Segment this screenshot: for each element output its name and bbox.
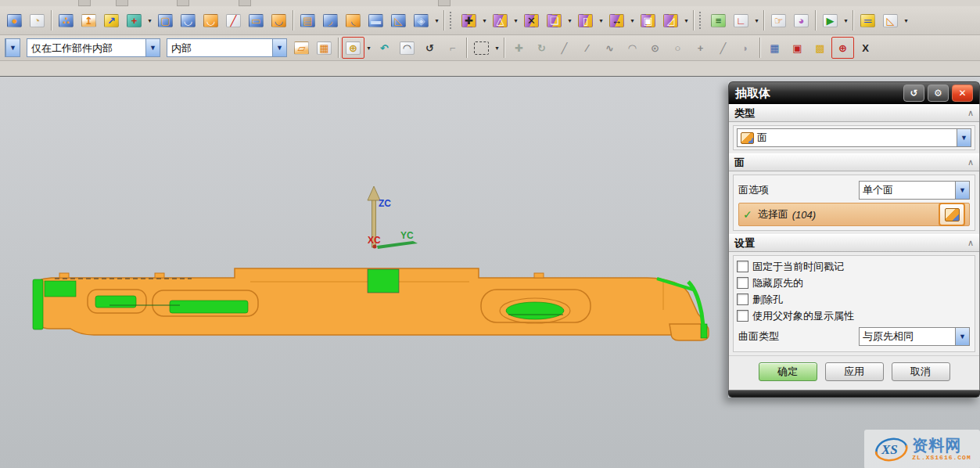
section-x-icon[interactable]: X [854,37,877,59]
cancel-button[interactable]: 取消 [892,362,950,381]
direct-sketch-icon[interactable]: ☞ [767,9,790,31]
datum-csys-icon[interactable]: ∟ [730,9,752,31]
select-face-row[interactable]: ✓ 选择面 (104) [738,203,970,226]
edit-object-display-icon[interactable]: ◕ [790,9,813,31]
face-option-dropdown-button[interactable]: ▼ [955,182,969,199]
snap-intersection-icon[interactable]: + [689,37,712,59]
dropdown-arrow[interactable]: ▾ [433,11,441,30]
face-display-icon[interactable]: ▦ [313,37,336,59]
unite-icon[interactable]: + [123,9,145,31]
face-selection-mode-button[interactable] [939,203,965,226]
interior-filter-combo[interactable]: 内部▼ [167,38,287,57]
orient-view-icon[interactable]: ↺ [418,37,441,59]
dropdown-arrow[interactable]: ▾ [512,11,520,30]
sweep-icon[interactable]: ◞ [319,9,342,31]
pan-icon[interactable]: ✚ [508,37,530,59]
checkbox-2[interactable] [737,293,748,305]
sphere-mesh-icon[interactable]: ◈ [410,9,433,31]
interior-filter-combo-dropdown-button[interactable]: ▼ [272,39,286,56]
hole-block-icon[interactable]: ▭ [245,9,267,31]
dialog-close-button[interactable]: ✕ [952,85,973,102]
extrude-icon[interactable]: ▤ [296,9,319,31]
collapse-chevron-icon[interactable]: ∧ [967,108,974,118]
hidden-edges-icon[interactable]: ▣ [786,37,809,59]
chamfer-face-icon[interactable]: △ [489,9,512,31]
dropdown-arrow[interactable]: ▾ [493,38,501,57]
pad-icon[interactable]: ▬ [364,9,387,31]
dialog-titlebar[interactable]: 抽取体 ↺ ⚙ ✕ [728,81,980,104]
rotate-point-icon[interactable]: ⊕ [831,37,854,59]
snap-midpoint-icon[interactable]: ╱ [712,37,734,59]
selection-scope-combo-dropdown-button[interactable]: ▼ [145,39,160,56]
boss-icon[interactable]: ↥ [77,9,100,31]
apply-button[interactable]: 应用 [825,362,884,381]
dropdown-arrow[interactable]: ▾ [842,11,850,30]
shaded-display-icon[interactable]: ▩ [809,37,831,59]
feature-list-icon[interactable]: ≡ [707,9,730,31]
dropdown-arrow[interactable]: ▾ [682,11,691,30]
checkbox-3[interactable] [737,310,748,322]
dropdown-arrow[interactable]: ▾ [902,11,910,30]
dropdown-arrow[interactable]: ▾ [565,11,574,30]
section-header-type[interactable]: 类型 ∧ [729,104,979,122]
section-header-face[interactable]: 面 ∧ [729,153,979,171]
copy-face-icon[interactable]: ❏ [543,9,565,31]
marquee-select-icon[interactable] [470,37,493,59]
dialog-resize-bar[interactable] [728,391,980,398]
snap-arc-icon[interactable]: ◠ [621,37,644,59]
checkbox-0[interactable] [737,261,748,272]
bridge-icon[interactable]: ◟ [342,9,364,31]
toolbar-grip[interactable] [450,12,455,29]
shell-body-icon[interactable]: ▣ [637,9,659,31]
dialog-reset-button[interactable]: ↺ [903,85,924,102]
shell-sheet-icon[interactable]: ◡ [267,9,290,31]
wcs-triad[interactable]: ZC YC XC [368,186,418,249]
section-header-settings[interactable]: 设置 ∧ [729,234,979,252]
type-combo-dropdown-button[interactable]: ▼ [957,129,971,146]
dropdown-arrow[interactable]: ▾ [145,11,154,30]
snap-point-on-line-icon[interactable]: ∕ [576,37,598,59]
datum-plane-icon[interactable]: ▱ [290,37,313,59]
move-object-icon[interactable]: ✚ [458,9,480,31]
revolve-icon[interactable]: ◔ [26,9,48,31]
orbit-icon[interactable]: ↻ [530,37,553,59]
snap-line-icon[interactable]: ╱ [553,37,576,59]
undo-view-icon[interactable]: ↶ [373,37,396,59]
collapse-chevron-icon[interactable]: ∧ [967,157,974,167]
checkbox-1[interactable] [737,277,748,289]
snap-quadrant-icon[interactable]: ○ [666,37,689,59]
emboss-icon[interactable]: ∴ [55,9,77,31]
freeform-blend-icon[interactable]: ● [3,9,26,31]
dropdown-arrow[interactable]: ▾ [597,11,605,30]
type-combo[interactable]: 面 ▼ [737,128,971,147]
dropdown-arrow[interactable]: ▾ [752,11,761,30]
snap-curve-icon[interactable]: ∿ [598,37,621,59]
snap-center-icon[interactable]: ⊙ [644,37,666,59]
rotate-view-icon[interactable]: ◠ [396,37,418,59]
toolbar-grip[interactable] [699,12,705,29]
offset-face-icon[interactable]: ↔ [605,9,628,31]
flange-icon[interactable]: ◡ [177,9,199,31]
delete-face-icon[interactable]: ✕ [520,9,543,31]
bend-icon[interactable]: ◡ [199,9,222,31]
snap-face-icon[interactable]: ◗ [734,37,757,59]
trim-sheet-icon[interactable]: ╱ [222,9,245,31]
measure-distance-icon[interactable]: ═ [856,9,879,31]
scope-mini-combo-dropdown-button[interactable]: ▼ [5,39,20,56]
dropdown-arrow[interactable]: ▾ [480,11,489,30]
dialog-settings-button[interactable]: ⚙ [928,85,949,102]
surface-type-combo[interactable]: 与原先相同 ▼ [859,327,970,346]
collapse-chevron-icon[interactable]: ∧ [967,238,974,248]
trim-body-icon[interactable]: ◺ [387,9,410,31]
wireframe-display-icon[interactable]: ▦ [763,37,786,59]
tube-icon[interactable]: ⌐ [441,37,464,59]
scope-mini-combo[interactable]: ▼ [5,38,20,57]
dropdown-arrow[interactable]: ▾ [628,11,637,30]
playback-icon[interactable]: ▶ [819,9,842,31]
snap-filter-icon[interactable]: ⊕ [342,37,364,59]
dropdown-arrow[interactable]: ▾ [364,38,373,57]
measure-angle-icon[interactable]: ◺ [879,9,902,31]
move-face-icon[interactable]: ↗ [100,9,123,31]
draft-face-icon[interactable]: ◿ [659,9,682,31]
resize-face-icon[interactable]: ▯ [574,9,597,31]
